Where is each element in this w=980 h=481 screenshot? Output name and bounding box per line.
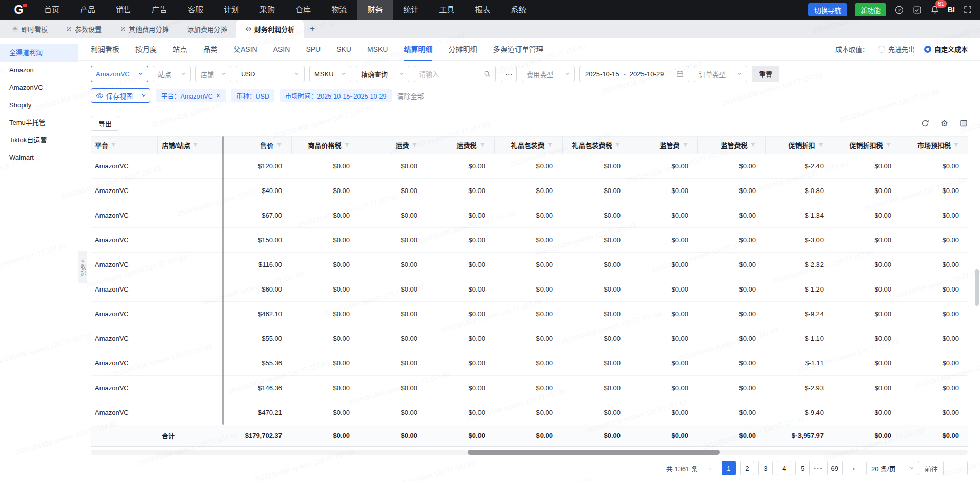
sidebar-item-Amazon[interactable]: Amazon [0,62,78,79]
nav-item-销售[interactable]: 销售 [106,0,142,20]
goto-page-input[interactable] [943,461,968,475]
view-tab-父ASIN[interactable]: 父ASIN [233,38,257,61]
filter-icon[interactable] [953,142,959,148]
view-tab-MSKU[interactable]: MSKU [367,38,388,61]
nav-item-计划[interactable]: 计划 [213,0,249,20]
prev-page-button[interactable]: ‹ [703,461,717,475]
filter-icon[interactable] [276,142,282,148]
export-button[interactable]: 导出 [91,116,119,131]
filter-icon[interactable] [886,142,891,148]
fixed-column-divider[interactable] [222,136,224,425]
filter-icon[interactable] [683,142,688,148]
workspace-tab-参数设置[interactable]: 参数设置 [57,20,111,38]
nav-item-工具[interactable]: 工具 [429,0,465,20]
next-page-button[interactable]: › [847,461,861,475]
app-logo[interactable]: G [7,0,30,20]
nav-item-仓库[interactable]: 仓库 [285,0,321,20]
nav-item-客服[interactable]: 客服 [177,0,213,20]
fee-type-select[interactable]: 费用类型 [522,66,575,82]
nav-item-物流[interactable]: 物流 [321,0,357,20]
workspace-tab-添加费用分摊[interactable]: 添加费用分摊 [178,20,236,38]
filter-icon[interactable] [412,142,417,148]
save-view-button[interactable]: 保存视图 [91,88,150,103]
query-mode-select[interactable]: 精确查询 [356,66,409,82]
col-header-商品价格税[interactable]: 商品价格税 [291,137,359,154]
nav-item-首页[interactable]: 首页 [34,0,70,20]
page-button-69[interactable]: 69 [827,461,843,475]
nav-item-采购[interactable]: 采购 [249,0,285,20]
bi-link[interactable]: BI [948,6,955,14]
view-tab-分摊明细[interactable]: 分摊明细 [448,38,477,61]
date-range-picker[interactable]: 2025-10-15 - 2025-10-29 [579,66,689,82]
col-header-运费税[interactable]: 运费税 [427,137,494,154]
view-tab-结算明细[interactable]: 结算明细 [404,38,432,61]
nav-item-系统[interactable]: 系统 [501,0,536,20]
switch-nav-button[interactable]: 切换导航 [808,3,847,16]
page-button-3[interactable]: 3 [758,461,773,475]
workspace-tab-即时看板[interactable]: 即时看板 [3,20,57,38]
tag-close-icon[interactable]: × [216,92,221,99]
fullscreen-icon[interactable] [963,5,973,15]
filter-icon[interactable] [193,142,198,148]
search-icon[interactable] [484,70,491,78]
view-tab-SKU[interactable]: SKU [336,38,351,61]
page-button-5[interactable]: 5 [795,461,810,475]
nav-item-财务[interactable]: 财务 [357,0,393,20]
page-button-4[interactable]: 4 [777,461,791,475]
currency-select[interactable]: USD [236,66,305,82]
order-type-select[interactable]: 订单类型 [694,66,747,82]
msku-select[interactable]: MSKU [309,66,351,82]
reset-button[interactable]: 重置 [752,66,779,82]
view-tab-利润看板[interactable]: 利润看板 [91,38,119,61]
view-tab-ASIN[interactable]: ASIN [273,38,290,61]
filter-icon[interactable] [479,142,485,148]
shop-select[interactable]: 店铺 [195,66,231,82]
nav-item-产品[interactable]: 产品 [70,0,106,20]
nav-item-统计[interactable]: 统计 [393,0,429,20]
platform-select[interactable]: AmazonVC [91,66,148,82]
view-tab-多渠道订单管理[interactable]: 多渠道订单管理 [493,38,543,61]
sidebar-item-全渠道利润[interactable]: 全渠道利润 [0,44,78,62]
new-feature-button[interactable]: 新功能 [855,3,886,16]
site-select[interactable]: 站点 [153,66,191,82]
filter-icon[interactable] [344,142,350,148]
sidebar-item-Walmart[interactable]: Walmart [0,149,78,166]
add-tab-button[interactable]: + [304,20,321,38]
workspace-tab-其他费用分摊[interactable]: 其他费用分摊 [111,20,178,38]
horizontal-scrollbar-thumb[interactable] [468,450,720,455]
sidebar-collapse-handle[interactable]: « 收起 [78,251,87,283]
view-tab-按月度[interactable]: 按月度 [135,38,157,61]
nav-item-广告[interactable]: 广告 [142,0,177,20]
view-tab-品类[interactable]: 品类 [203,38,217,61]
col-header-监管费[interactable]: 监管费 [630,137,697,154]
vertical-scrollbar-thumb[interactable] [975,269,979,306]
view-tab-SPU[interactable]: SPU [306,38,321,61]
col-header-市场预扣税[interactable]: 市场预扣税 [901,137,968,154]
page-button-1[interactable]: 1 [722,461,736,475]
refresh-icon[interactable] [921,119,929,127]
col-header-平台[interactable]: 平台 [91,137,157,154]
page-button-2[interactable]: 2 [740,461,754,475]
sidebar-item-Temu半托管[interactable]: Temu半托管 [0,114,78,131]
filter-icon[interactable] [818,142,824,148]
col-header-礼品包装费[interactable]: 礼品包装费 [494,137,562,154]
col-header-运费[interactable]: 运费 [359,137,427,154]
filter-icon[interactable] [111,142,116,148]
page-size-select[interactable]: 20 条/页 [866,461,919,475]
column-settings-icon[interactable] [959,119,968,127]
col-header-店铺/站点[interactable]: 店铺/站点 [157,137,222,154]
settings-gear-icon[interactable]: ⚙ [941,119,948,128]
more-filters-button[interactable]: ⋯ [501,66,517,82]
col-header-促销折扣[interactable]: 促销折扣 [765,137,833,154]
save-view-chevron-icon[interactable] [137,93,150,98]
sidebar-item-Tiktok自运营[interactable]: Tiktok自运营 [0,131,78,149]
radio-fifo[interactable]: 先进先出 [878,44,915,54]
view-tab-站点[interactable]: 站点 [173,38,187,61]
sidebar-item-Shopify[interactable]: Shopify [0,97,78,114]
notifications-bell-icon[interactable]: 61 [930,5,940,15]
nav-item-报表[interactable]: 报表 [465,0,501,20]
workspace-tab-财务利润分析[interactable]: 财务利润分析 [236,20,304,38]
col-header-监管费税[interactable]: 监管费税 [697,137,765,154]
col-header-礼品包装费税[interactable]: 礼品包装费税 [562,137,630,154]
tasks-icon[interactable] [912,5,922,15]
